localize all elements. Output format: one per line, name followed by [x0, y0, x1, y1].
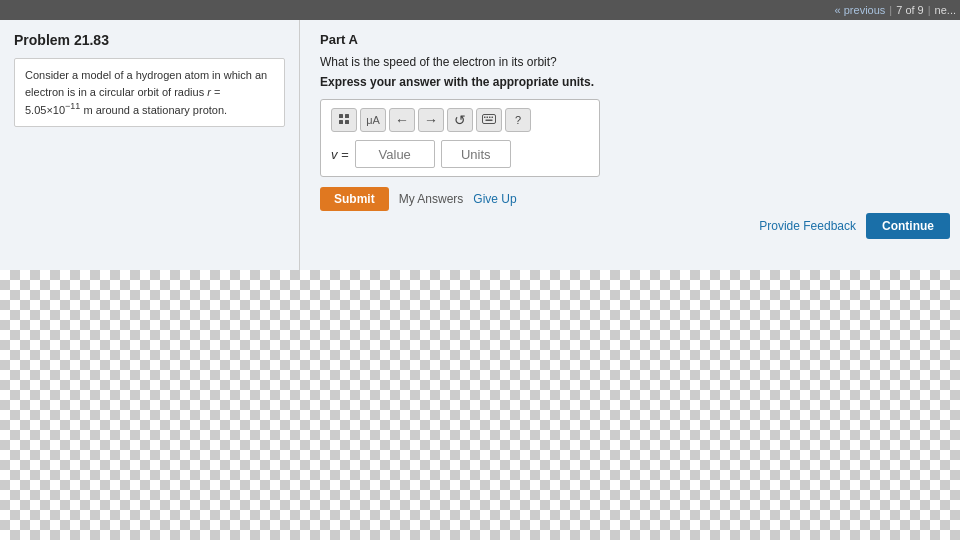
top-navigation-bar: « previous | 7 of 9 | ne...: [0, 0, 960, 20]
instruction-text: Express your answer with the appropriate…: [320, 75, 940, 89]
redo-button[interactable]: →: [418, 108, 444, 132]
svg-rect-1: [345, 114, 349, 118]
question-text: What is the speed of the electron in its…: [320, 55, 940, 69]
next-label: ne...: [935, 4, 956, 16]
provide-feedback-link[interactable]: Provide Feedback: [759, 219, 856, 233]
mu-button[interactable]: μA: [360, 108, 386, 132]
undo-icon: ←: [395, 112, 409, 128]
v-label: v =: [331, 147, 349, 162]
svg-rect-4: [483, 115, 496, 124]
my-answers-link[interactable]: My Answers: [399, 192, 464, 206]
part-label: Part A: [320, 32, 940, 47]
nav-controls: « previous | 7 of 9 | ne...: [835, 4, 956, 16]
svg-rect-0: [339, 114, 343, 118]
previous-link[interactable]: « previous: [835, 4, 886, 16]
page-counter: 7 of 9: [896, 4, 924, 16]
svg-rect-9: [486, 120, 493, 122]
undo-button[interactable]: ←: [389, 108, 415, 132]
answer-toolbar: μA ← → ↺: [331, 108, 589, 132]
submit-button[interactable]: Submit: [320, 187, 389, 211]
svg-rect-6: [487, 117, 489, 119]
continue-button[interactable]: Continue: [866, 213, 950, 239]
checkerboard-bg: [0, 270, 960, 540]
units-input[interactable]: [441, 140, 511, 168]
left-panel: Problem 21.83 Consider a model of a hydr…: [0, 20, 300, 270]
give-up-link[interactable]: Give Up: [473, 192, 516, 206]
keyboard-button[interactable]: [476, 108, 502, 132]
refresh-icon: ↺: [454, 112, 466, 128]
svg-rect-5: [484, 117, 486, 119]
mu-icon: μA: [366, 114, 380, 126]
svg-rect-3: [345, 120, 349, 124]
help-button[interactable]: ?: [505, 108, 531, 132]
description-text: Consider a model of a hydrogen atom in w…: [25, 69, 267, 116]
problem-title: Problem 21.83: [14, 32, 285, 48]
keyboard-icon: [482, 114, 496, 126]
refresh-button[interactable]: ↺: [447, 108, 473, 132]
value-input[interactable]: [355, 140, 435, 168]
input-row: v =: [331, 140, 589, 168]
bottom-action-bar: Provide Feedback Continue: [749, 205, 960, 247]
help-icon: ?: [515, 114, 521, 126]
grid-icon: [338, 113, 350, 127]
separator2: |: [928, 4, 931, 16]
redo-icon: →: [424, 112, 438, 128]
svg-rect-2: [339, 120, 343, 124]
separator: |: [889, 4, 892, 16]
grid-button[interactable]: [331, 108, 357, 132]
answer-box: μA ← → ↺: [320, 99, 600, 177]
problem-description: Consider a model of a hydrogen atom in w…: [14, 58, 285, 127]
svg-rect-8: [492, 117, 494, 119]
svg-rect-7: [489, 117, 491, 119]
